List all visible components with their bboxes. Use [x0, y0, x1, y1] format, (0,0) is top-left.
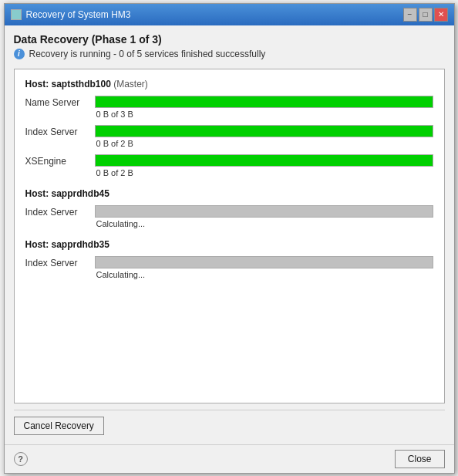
main-window: Recovery of System HM3 − □ ✕ Data Recove… [4, 3, 455, 474]
service-label: XSEngine [25, 154, 95, 167]
host-role: (Master) [111, 79, 148, 89]
title-bar: Recovery of System HM3 − □ ✕ [5, 4, 454, 25]
host-section: Host: sapprdhdb45Index ServerCalculating… [25, 188, 433, 228]
title-bar-controls: − □ ✕ [403, 8, 448, 22]
service-label: Index Server [25, 205, 95, 218]
progress-label: Calculating... [96, 219, 433, 228]
host-name: Host: sapprdhdb45 [25, 188, 109, 199]
window-content: Data Recovery (Phase 1 of 3) i Recovery … [5, 25, 454, 444]
service-label: Index Server [25, 256, 95, 268]
progress-label: 0 B of 2 B [96, 139, 433, 148]
service-progress-area: Calculating... [95, 256, 433, 279]
window-title: Recovery of System HM3 [26, 9, 131, 20]
window-icon [11, 9, 22, 20]
progress-bar-fill [96, 257, 433, 268]
title-bar-left: Recovery of System HM3 [11, 9, 131, 20]
service-label: Index Server [25, 125, 95, 137]
close-button[interactable]: Close [395, 450, 445, 468]
service-progress-area: Calculating... [95, 205, 433, 228]
service-row: Index ServerCalculating... [25, 256, 433, 279]
progress-bar-track [95, 154, 433, 167]
service-progress-area: 0 B of 2 B [95, 154, 433, 177]
progress-bar-track [95, 205, 433, 218]
bottom-bar: Cancel Recovery [14, 410, 445, 438]
page-title: Data Recovery (Phase 1 of 3) [14, 33, 445, 46]
service-row: Index ServerCalculating... [25, 205, 433, 228]
status-line: i Recovery is running - 0 of 5 services … [14, 49, 445, 59]
progress-bar-track [95, 125, 433, 137]
service-label: Name Server [25, 96, 95, 108]
cancel-recovery-button[interactable]: Cancel Recovery [14, 417, 104, 435]
host-title: Host: sapprdhdb45 [25, 188, 433, 199]
host-section: Host: saptsthdb100 (Master)Name Server0 … [25, 79, 433, 177]
minimize-button[interactable]: − [403, 8, 417, 22]
progress-bar-fill [96, 206, 433, 217]
host-title: Host: sapprdhdb35 [25, 239, 433, 250]
progress-label: 0 B of 3 B [96, 110, 433, 119]
main-panel: Host: saptsthdb100 (Master)Name Server0 … [14, 69, 445, 403]
service-row: Name Server0 B of 3 B [25, 96, 433, 119]
host-name: Host: sapprdhdb35 [25, 239, 109, 250]
service-row: Index Server0 B of 2 B [25, 125, 433, 148]
progress-label: 0 B of 2 B [96, 168, 433, 177]
help-button[interactable]: ? [14, 452, 28, 466]
progress-bar-fill [96, 96, 433, 107]
progress-bar-fill [96, 126, 433, 137]
service-progress-area: 0 B of 2 B [95, 125, 433, 148]
maximize-button[interactable]: □ [419, 8, 433, 22]
host-title: Host: saptsthdb100 (Master) [25, 79, 433, 89]
footer-bar: ? Close [5, 444, 454, 473]
host-name: Host: saptsthdb100 [25, 79, 111, 89]
progress-bar-track [95, 96, 433, 108]
info-icon: i [14, 49, 25, 59]
page-header: Data Recovery (Phase 1 of 3) i Recovery … [14, 33, 445, 59]
host-section: Host: sapprdhdb35Index ServerCalculating… [25, 239, 433, 279]
window-close-button[interactable]: ✕ [434, 8, 448, 22]
status-text: Recovery is running - 0 of 5 services fi… [29, 49, 266, 59]
progress-bar-track [95, 256, 433, 268]
service-progress-area: 0 B of 3 B [95, 96, 433, 119]
progress-bar-fill [96, 155, 433, 166]
progress-label: Calculating... [96, 270, 433, 279]
service-row: XSEngine0 B of 2 B [25, 154, 433, 177]
